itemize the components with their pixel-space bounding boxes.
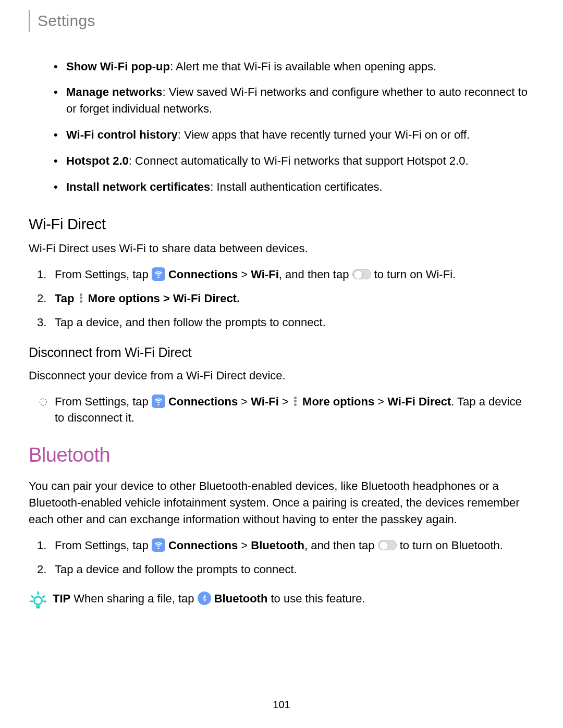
subsection-intro: Disconnect your device from a Wi-Fi Dire… — [29, 367, 534, 384]
toggle-off-icon — [378, 540, 397, 550]
step-item: 2. Tap More options > Wi-Fi Direct. — [55, 290, 534, 307]
step-item: 1. From Settings, tap Connections > Wi-F… — [55, 266, 534, 283]
disconnect-section: Disconnect from Wi-Fi Direct Disconnect … — [29, 343, 534, 426]
svg-point-0 — [34, 597, 42, 604]
step-item: From Settings, tap Connections > Wi-Fi >… — [55, 393, 534, 427]
list-item: Hotspot 2.0: Connect automatically to Wi… — [66, 153, 534, 169]
toggle-off-icon — [352, 269, 371, 279]
list-item: Install network certificates: Install au… — [66, 179, 534, 195]
lightbulb-icon — [29, 590, 47, 609]
tip-callout: TIP When sharing a file, tap Bluetooth t… — [29, 590, 534, 609]
wifi-direct-section: Wi-Fi Direct Wi-Fi Direct uses Wi-Fi to … — [29, 213, 534, 331]
disconnect-steps: From Settings, tap Connections > Wi-Fi >… — [29, 393, 534, 427]
wifi-icon — [152, 538, 165, 552]
wifi-icon — [152, 394, 165, 408]
section-intro: You can pair your device to other Blueto… — [29, 478, 534, 528]
page-number: 101 — [0, 697, 563, 712]
page-header: Settings — [29, 0, 534, 32]
wifi-direct-steps: 1. From Settings, tap Connections > Wi-F… — [29, 266, 534, 331]
wifi-advanced-options-list: Show Wi-Fi pop-up: Alert me that Wi-Fi i… — [29, 58, 534, 195]
header-title: Settings — [38, 9, 95, 32]
wifi-icon — [152, 267, 165, 281]
more-options-icon — [292, 396, 299, 407]
header-accent-bar — [29, 10, 30, 32]
svg-line-2 — [32, 596, 33, 597]
section-intro: Wi-Fi Direct uses Wi-Fi to share data be… — [29, 240, 534, 257]
bluetooth-steps: 1. From Settings, tap Connections > Blue… — [29, 537, 534, 578]
subsection-heading: Disconnect from Wi-Fi Direct — [29, 343, 534, 362]
step-item: 2. Tap a device and follow the prompts t… — [55, 561, 534, 578]
section-heading: Wi-Fi Direct — [29, 213, 534, 235]
step-item: 1. From Settings, tap Connections > Blue… — [55, 537, 534, 554]
list-item: Show Wi-Fi pop-up: Alert me that Wi-Fi i… — [66, 58, 534, 75]
more-options-icon — [78, 292, 85, 304]
bluetooth-icon — [198, 591, 211, 605]
list-item: Wi-Fi control history: View apps that ha… — [66, 127, 534, 143]
tip-text: TIP When sharing a file, tap Bluetooth t… — [53, 590, 365, 607]
section-heading-major: Bluetooth — [29, 441, 534, 470]
list-item: Manage networks: View saved Wi-Fi networ… — [66, 84, 534, 117]
step-item: 3. Tap a device, and then follow the pro… — [55, 314, 534, 331]
bluetooth-section: Bluetooth You can pair your device to ot… — [29, 441, 534, 609]
svg-line-3 — [43, 596, 44, 597]
